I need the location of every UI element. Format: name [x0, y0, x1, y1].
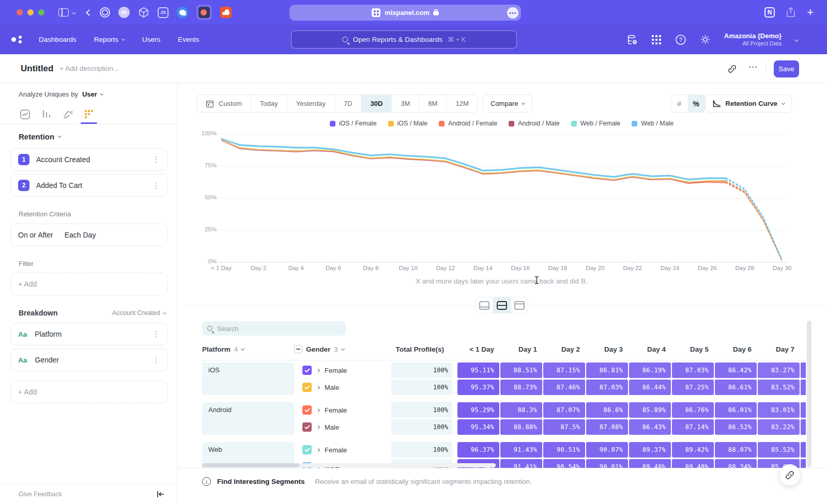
- series-line-web-male[interactable]: [726, 178, 783, 260]
- total-profiles-cell[interactable]: 100%: [391, 442, 452, 458]
- series-line-android-male[interactable]: [726, 181, 783, 260]
- expand-chevron-icon[interactable]: [316, 368, 320, 372]
- breakdown-property-label[interactable]: Platform: [35, 330, 62, 338]
- retention-value-cell[interactable]: 95.29%: [457, 402, 499, 418]
- legend-item[interactable]: iOS / Female: [330, 120, 377, 127]
- compare-button[interactable]: Compare: [483, 94, 532, 113]
- collapse-sidebar-icon[interactable]: [157, 491, 165, 498]
- extension-ring-icon[interactable]: [100, 7, 110, 18]
- retention-value-cell[interactable]: 89.37%: [629, 442, 671, 458]
- retention-value-cell[interactable]: 89.42%: [672, 442, 714, 458]
- tab-flows[interactable]: [62, 108, 74, 120]
- retention-value-cell[interactable]: 88.34%: [715, 459, 757, 468]
- step-menu-icon[interactable]: ⋮: [152, 155, 160, 164]
- tab-funnels[interactable]: [40, 108, 53, 120]
- platform-column-header[interactable]: Platform 4: [202, 345, 294, 353]
- platform-cell[interactable]: iOS: [202, 363, 294, 395]
- extension-js-icon[interactable]: JS: [158, 7, 169, 18]
- range-3m[interactable]: 3M: [392, 95, 419, 112]
- retention-criteria-card[interactable]: On or After Each Day: [10, 224, 167, 246]
- minimize-window-button[interactable]: [27, 9, 34, 15]
- retention-value-cell[interactable]: 96.37%: [457, 442, 499, 458]
- retention-step-card[interactable]: 2Added To Cart⋮: [10, 174, 167, 197]
- browser-sidebar-icon[interactable]: [58, 8, 69, 17]
- select-all-checkbox[interactable]: [294, 345, 302, 353]
- retention-section-header[interactable]: Retention: [19, 132, 61, 141]
- range-30d[interactable]: 30D: [361, 95, 392, 112]
- day-header[interactable]: Day 3: [586, 345, 629, 353]
- step-menu-icon[interactable]: ⋮: [152, 181, 160, 190]
- retention-value-cell[interactable]: 88.3%: [500, 402, 542, 418]
- total-profiles-header[interactable]: Total Profile(s): [391, 345, 452, 353]
- series-checkbox[interactable]: [302, 405, 312, 415]
- range-12m[interactable]: 12M: [447, 95, 477, 112]
- legend-item[interactable]: Android / Female: [439, 120, 497, 127]
- save-button[interactable]: Save: [774, 60, 799, 77]
- gender-cell[interactable]: Male: [294, 380, 391, 395]
- retention-value-cell[interactable]: 91.41%: [500, 459, 542, 468]
- gender-column-header[interactable]: Gender 3: [294, 345, 391, 353]
- url-bar[interactable]: mixpanel.com •••: [289, 5, 521, 21]
- report-description-placeholder[interactable]: + Add description...: [59, 65, 119, 72]
- criteria-on-or-after[interactable]: On or After: [18, 231, 53, 239]
- day-header[interactable]: Day 7: [758, 345, 801, 353]
- retention-value-cell[interactable]: 87.15%: [543, 363, 585, 378]
- retention-value-cell[interactable]: 86.42%: [715, 363, 757, 378]
- horizontal-scrollbar-thumb[interactable]: [202, 463, 299, 467]
- report-title[interactable]: Untitled: [21, 64, 53, 74]
- segments-title[interactable]: Find Interesting Segments: [217, 478, 305, 485]
- day-header[interactable]: Day 1: [500, 345, 543, 353]
- zoom-window-button[interactable]: [38, 9, 44, 15]
- analyze-uniques-row[interactable]: Analyze Uniques by User: [19, 90, 103, 98]
- settings-gear-icon[interactable]: [700, 34, 711, 45]
- filter-add-button[interactable]: + Add: [10, 273, 167, 295]
- retention-value-cell[interactable]: 90.54%: [543, 459, 585, 468]
- retention-value-cell[interactable]: 88.88%: [500, 419, 542, 435]
- horizontal-scrollbar[interactable]: [202, 463, 496, 467]
- legend-item[interactable]: Web / Male: [632, 120, 673, 127]
- expand-chevron-icon[interactable]: [316, 408, 320, 412]
- retention-value-cell[interactable]: 89.48%: [672, 459, 714, 468]
- retention-value-cell[interactable]: 86.44%: [629, 380, 671, 395]
- retention-value-cell[interactable]: 89.48%: [629, 459, 671, 468]
- legend-item[interactable]: Android / Male: [509, 120, 560, 127]
- chart-type-selector[interactable]: Retention Curve: [706, 94, 792, 113]
- retention-value-cell[interactable]: 88.51%: [500, 363, 542, 378]
- day-header[interactable]: Day 6: [715, 345, 758, 353]
- retention-line-chart[interactable]: [221, 134, 782, 262]
- give-feedback-link[interactable]: Give Feedback: [19, 491, 62, 498]
- retention-value-cell[interactable]: 88.73%: [500, 380, 542, 395]
- range-today[interactable]: Today: [251, 95, 287, 112]
- data-management-icon[interactable]: [626, 34, 638, 45]
- percent-toggle[interactable]: %: [688, 95, 705, 112]
- range-yesterday[interactable]: Yesterday: [287, 95, 335, 112]
- count-toggle[interactable]: #: [671, 95, 688, 112]
- window-controls[interactable]: [17, 9, 49, 15]
- close-window-button[interactable]: [17, 9, 23, 15]
- apps-grid-icon[interactable]: [651, 35, 662, 45]
- series-line-web-female[interactable]: [726, 179, 783, 260]
- extension-camera-icon[interactable]: [198, 7, 210, 18]
- series-line-web-female[interactable]: [221, 138, 726, 180]
- tab-retention[interactable]: [83, 108, 95, 120]
- retention-value-cell[interactable]: 95.11%: [457, 363, 499, 378]
- expand-chevron-icon[interactable]: [316, 448, 320, 451]
- breakdown-event-selector[interactable]: Account Created: [112, 309, 166, 317]
- extension-soundcloud-icon[interactable]: [220, 7, 232, 18]
- series-line-android-female[interactable]: [726, 183, 783, 261]
- mixpanel-logo-icon[interactable]: [11, 36, 25, 44]
- retention-value-cell[interactable]: 87.03%: [586, 380, 628, 395]
- total-profiles-cell[interactable]: 100%: [391, 419, 452, 435]
- retention-value-cell[interactable]: 86.43%: [629, 419, 671, 435]
- more-actions-icon[interactable]: ⋯: [748, 61, 758, 72]
- nav-item-dashboards[interactable]: Dashboards: [39, 36, 76, 43]
- layout-chart-only-button[interactable]: [476, 297, 493, 313]
- retention-value-cell[interactable]: 90.51%: [543, 442, 585, 458]
- breakdown-menu-icon[interactable]: ⋮: [152, 329, 160, 339]
- retention-value-cell[interactable]: 86.6%: [586, 402, 628, 418]
- retention-value-cell[interactable]: 86.76%: [672, 402, 714, 418]
- retention-value-cell[interactable]: 88.07%: [715, 442, 757, 458]
- expand-chevron-icon[interactable]: [316, 385, 320, 389]
- retention-value-cell[interactable]: 83.01%: [758, 402, 800, 418]
- notion-tab-icon[interactable]: N: [764, 7, 775, 18]
